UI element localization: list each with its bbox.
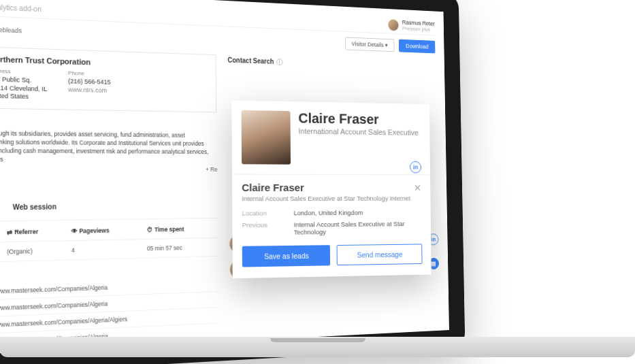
back-link[interactable]: Back to list of Webleads: [0, 24, 22, 35]
detail-subtitle: Internal Account Sales Executive at Star…: [242, 195, 421, 203]
addon-label: Google Analytics add-on: [0, 1, 42, 13]
send-message-button[interactable]: Send message: [337, 244, 423, 265]
user-chip[interactable]: Rasmus Reter Premium plus: [389, 19, 435, 33]
visitor-details-button[interactable]: Visitor Details ▾: [345, 37, 395, 52]
web-session-heading: Web session: [13, 203, 56, 211]
contact-title: International Account Sales Executive: [298, 127, 418, 137]
close-icon[interactable]: ✕: [414, 182, 421, 193]
phone-value: (216) 566-5415: [68, 78, 111, 87]
summary-text: ust Corporation, through its subsidiarie…: [0, 129, 217, 165]
address-label: Address: [0, 67, 47, 76]
download-button[interactable]: Download: [399, 39, 436, 54]
avatar-icon: [389, 19, 399, 31]
company-name: Northern Trust Corporation: [0, 54, 208, 69]
company-card: n Trust Northern Trust Corporation Addre…: [0, 45, 217, 112]
contact-search-heading: Contact Search i: [227, 56, 435, 71]
phone-label: Phone: [68, 70, 111, 78]
table-row: (Organic) 4 05 min 57 sec: [0, 238, 218, 264]
linkedin-icon[interactable]: in: [410, 161, 421, 173]
back-label: Back to list of Webleads: [0, 24, 22, 35]
contact-photo: [242, 110, 291, 165]
contact-popup: Claire Fraser International Account Sale…: [231, 100, 431, 278]
divider: [232, 174, 430, 176]
interation-heading: r Interation: [0, 182, 218, 191]
laptop-hinge: [270, 338, 365, 342]
contact-name: Claire Fraser: [298, 111, 418, 127]
site-value: www.ntrs.com: [68, 86, 111, 95]
session-table: Client ⇄ Referrer 👁 Pageviews ⏱ Time spe…: [0, 220, 218, 264]
info-icon[interactable]: i: [276, 59, 282, 65]
detail-name: Claire Fraser: [242, 182, 421, 193]
address-value: 127 Public Sq. 44114 Cleveland, IL Unite…: [0, 76, 47, 102]
location-row: Location London, United Kingdom: [242, 208, 421, 216]
summary-heading: summary: [0, 118, 217, 130]
read-more-link[interactable]: + Re: [0, 165, 217, 173]
save-as-leads-button[interactable]: Save as leads: [242, 245, 330, 267]
chevron-down-icon: ▾: [385, 42, 388, 49]
previous-row: Previous Internal Account Sales Executiv…: [242, 220, 423, 236]
